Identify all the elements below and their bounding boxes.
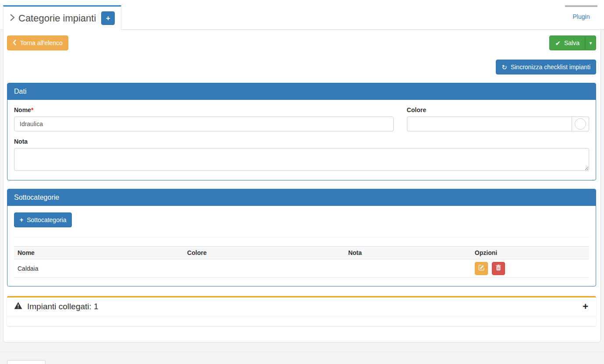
cell-nome: Caldaia xyxy=(14,259,184,278)
add-subcategory-button[interactable]: + Sottocategoria xyxy=(14,212,72,227)
required-asterisk: * xyxy=(31,106,33,113)
color-picker-addon[interactable] xyxy=(572,117,589,131)
dati-panel-title: Dati xyxy=(7,83,596,100)
dati-panel-body: Nome* Colore Nota xyxy=(7,100,596,180)
save-dropdown-toggle[interactable]: ▾ xyxy=(585,35,596,50)
subcategories-table: Nome Colore Nota Opzioni Caldaia xyxy=(14,246,589,278)
edit-subcategory-button[interactable] xyxy=(475,262,488,275)
col-header-nome: Nome xyxy=(14,247,184,259)
colore-field-group: Colore xyxy=(407,106,589,131)
edit-icon xyxy=(478,265,484,272)
impianti-collegati-title: Impianti collegati: 1 xyxy=(27,302,99,311)
sottocategorie-panel-body: + Sottocategoria Nome Colore Nota Opzion… xyxy=(7,206,596,286)
nota-field-group: Nota xyxy=(14,138,589,173)
sync-row: ↻ Sincronizza checklist impianti xyxy=(7,60,596,74)
sottocategorie-panel: Sottocategorie + Sottocategoria Nome Col… xyxy=(7,189,596,286)
chevron-right-icon xyxy=(10,14,15,23)
colore-input-group xyxy=(407,117,589,131)
bottom-partial-button[interactable] xyxy=(7,360,46,364)
tab-plugin[interactable]: Plugin xyxy=(565,5,597,30)
table-row: Caldaia xyxy=(14,259,589,278)
col-header-nota: Nota xyxy=(345,247,471,259)
tab-categorie-impianti[interactable]: Categorie impianti + xyxy=(3,5,121,30)
page-divider xyxy=(0,352,604,352)
nome-label: Nome* xyxy=(14,106,394,113)
dati-form-row: Nome* Colore xyxy=(14,106,589,131)
sottocategorie-panel-title: Sottocategorie xyxy=(7,189,596,206)
tab-bar: Categorie impianti + Plugin xyxy=(0,0,604,30)
colore-input[interactable] xyxy=(407,117,572,131)
nota-textarea[interactable] xyxy=(14,148,589,171)
save-button-label: Salva xyxy=(564,39,579,46)
dati-panel: Dati Nome* Colore xyxy=(7,83,596,180)
nome-field-group: Nome* xyxy=(14,106,394,131)
table-divider xyxy=(14,237,589,237)
subcategories-table-head: Nome Colore Nota Opzioni xyxy=(14,247,589,259)
impianti-collegati-title-wrap: Impianti collegati: 1 xyxy=(14,302,99,311)
toolbar: Torna all'elenco ✔ Salva ▾ xyxy=(7,35,596,50)
add-subcategory-label: Sottocategoria xyxy=(27,216,66,223)
sync-checklist-button[interactable]: ↻ Sincronizza checklist impianti xyxy=(496,60,596,74)
delete-subcategory-button[interactable] xyxy=(492,262,505,275)
cell-nota xyxy=(345,259,471,278)
plus-icon: + xyxy=(20,216,23,223)
expand-plus-icon[interactable]: + xyxy=(582,302,589,311)
impianti-collegati-panel: Impianti collegati: 1 + xyxy=(7,296,596,326)
cell-colore xyxy=(184,259,345,278)
trash-icon xyxy=(496,265,501,272)
sync-checklist-label: Sincronizza checklist impianti xyxy=(511,64,590,71)
check-icon: ✔ xyxy=(555,40,561,46)
back-to-list-label: Torna all'elenco xyxy=(20,39,63,46)
color-preview-circle xyxy=(575,118,586,130)
page-title: Categorie impianti xyxy=(18,13,96,24)
chevron-left-icon xyxy=(13,39,17,47)
nome-input[interactable] xyxy=(14,117,394,131)
save-button-group: ✔ Salva ▾ xyxy=(549,35,596,50)
back-to-list-button[interactable]: Torna all'elenco xyxy=(7,35,68,50)
col-header-opzioni: Opzioni xyxy=(471,247,589,259)
col-header-colore: Colore xyxy=(184,247,345,259)
tab-content-pane: Torna all'elenco ✔ Salva ▾ ↻ Sincronizza… xyxy=(3,30,601,343)
nota-label: Nota xyxy=(14,138,589,145)
cell-opzioni xyxy=(471,259,589,278)
impianti-collegati-header[interactable]: Impianti collegati: 1 + xyxy=(7,297,596,316)
warning-icon xyxy=(14,302,22,311)
add-category-button[interactable]: + xyxy=(101,11,115,25)
save-button[interactable]: ✔ Salva xyxy=(549,35,585,50)
impianti-collegati-body xyxy=(7,316,596,326)
refresh-icon: ↻ xyxy=(502,64,507,71)
caret-down-icon: ▾ xyxy=(590,40,592,46)
colore-label: Colore xyxy=(407,106,589,113)
tab-plugin-label: Plugin xyxy=(573,13,590,20)
